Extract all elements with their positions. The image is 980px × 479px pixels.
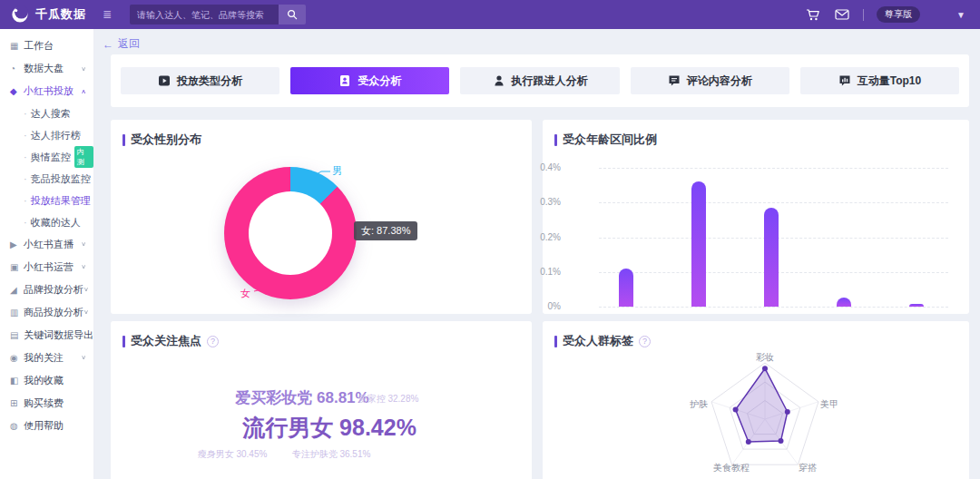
nav-menu-icon[interactable]: ≣ (103, 8, 112, 21)
sidebar-subitem-influencer-ranking[interactable]: · 达人排行榜 (0, 124, 93, 146)
sidebar-item-product-analysis[interactable]: ▥ 商品投放分析 ∨ (0, 301, 93, 324)
comment-icon (668, 74, 681, 87)
cart-icon: ⊞ (10, 398, 24, 408)
eye-icon: ◉ (10, 353, 24, 363)
plan-badge[interactable]: 尊享版 (877, 6, 920, 23)
cart-icon[interactable] (805, 7, 821, 22)
file-icon: ▤ (10, 330, 24, 340)
search-input[interactable] (130, 5, 279, 24)
doc-play-icon (158, 74, 171, 87)
chart-icon: ◢ (10, 285, 24, 295)
age-bar-plot: 0%0.1%0.2%0.3%0.4%<1818-2425-3435-44>44 (599, 168, 948, 307)
focus-word: 爱买彩妆党 68.81% (235, 387, 368, 408)
tab-comment-analysis[interactable]: 评论内容分析 (631, 67, 789, 94)
age-bar (619, 269, 633, 307)
gridline (599, 202, 948, 203)
sidebar-subitem-sentiment-monitor[interactable]: · 舆情监控 内测 (0, 146, 93, 168)
donut-tooltip: 女: 87.38% (354, 221, 417, 240)
navbar-right: 尊享版 ▼ (805, 0, 980, 29)
sidebar-item-my-follows[interactable]: ◉ 我的关注 ∨ (0, 347, 93, 369)
beta-badge: 内测 (74, 146, 93, 168)
search-icon (287, 9, 298, 20)
radar-axis-label: 美甲 (820, 398, 838, 411)
mail-icon[interactable] (834, 7, 850, 22)
sidebar-subitem-saved-influencers[interactable]: · 收藏的达人 (0, 211, 93, 233)
gender-donut-chart (224, 167, 357, 299)
male-label: 男 (332, 164, 342, 178)
nav-divider (863, 9, 864, 21)
sidebar-subitem-placement-results[interactable]: · 投放结果管理 (0, 190, 93, 211)
sidebar-item-data-overview[interactable]: ◔ 数据大盘 ∨ (0, 57, 93, 80)
sidebar-item-xhs-live[interactable]: ▶ 小红书直播 ∨ (0, 233, 93, 256)
tags-radar-chart (543, 321, 969, 479)
sidebar-item-xhs-operation[interactable]: ▣ 小红书运营 ∨ (0, 256, 93, 279)
focus-word: 专注护肤党 36.51% (292, 448, 371, 461)
card-audience-tags: 受众人群标签 ? 彩妆 美甲 穿搭 美食教程 护肤 (543, 321, 969, 479)
chevron-down-icon: ∨ (81, 355, 86, 361)
y-axis-tick: 0.3% (524, 197, 561, 207)
sidebar-item-help[interactable]: ◍ 使用帮助 (0, 415, 93, 437)
gridline (599, 168, 948, 169)
radar-axis-label: 彩妆 (756, 351, 774, 364)
card-title: 受众年龄区间比例 (563, 132, 657, 148)
radar-axis-label: 穿搭 (799, 462, 817, 474)
chevron-down-icon: ∨ (81, 65, 86, 72)
help-icon[interactable]: ? (207, 336, 219, 347)
sidebar-item-my-favorites[interactable]: ◧ 我的收藏 (0, 369, 93, 392)
y-axis-tick: 0% (524, 301, 561, 311)
sidebar-item-workbench[interactable]: ▦ 工作台 (0, 34, 93, 57)
global-searchbox (130, 5, 306, 24)
pie-icon: ◔ (10, 64, 24, 73)
goods-icon: ▥ (10, 308, 24, 318)
bookmark-icon: ◧ (10, 376, 24, 386)
age-bar (691, 181, 706, 307)
brand-name: 千瓜数据 (35, 6, 86, 23)
gridline (599, 307, 948, 308)
tab-follow-up-person[interactable]: 执行跟进人分析 (460, 67, 619, 94)
bubble-bars-icon (838, 74, 851, 87)
video-icon: ▶ (10, 240, 24, 249)
brand[interactable]: 千瓜数据 (0, 5, 86, 24)
person-icon (493, 74, 505, 87)
grid-icon: ▦ (10, 41, 24, 51)
qiangua-logo-icon (11, 5, 29, 24)
sidebar-item-brand-analysis[interactable]: ◢ 品牌投放分析 ∨ (0, 279, 93, 301)
back-link[interactable]: ← 返回 (103, 36, 140, 52)
focus-word: 流行男女 98.42% (242, 413, 416, 443)
sidebar-subitem-competitor-monitor[interactable]: · 竞品投放监控 (0, 168, 93, 190)
radar-axis-label: 护肤 (690, 398, 708, 411)
age-bar (764, 208, 779, 307)
focus-word: 瘦身男女 30.45% (198, 448, 268, 461)
card-title: 受众关注焦点 (131, 333, 201, 349)
tab-interaction-top10[interactable]: 互动量Top10 (800, 67, 959, 94)
help-icon: ◍ (10, 421, 24, 431)
chevron-up-icon: ∧ (81, 88, 86, 94)
sidebar-subitem-influencer-search[interactable]: · 达人搜索 (0, 103, 93, 124)
focus-word: 爱家控 32.28% (358, 393, 419, 406)
radar-axis-label: 美食教程 (713, 462, 750, 474)
tab-audience-analysis[interactable]: 受众分析 (290, 67, 449, 94)
top-navbar: 千瓜数据 ≣ 尊享版 ▼ (0, 0, 980, 29)
age-bar (837, 298, 851, 307)
chevron-down-icon: ∨ (83, 287, 89, 293)
female-label: 女 (240, 287, 250, 300)
card-gender-distribution: 受众性别分布 男 女 女: 87.38% (111, 120, 532, 314)
chevron-down-icon: ∨ (93, 332, 94, 338)
sidebar-item-keyword-export[interactable]: ▤ 关键词数据导出 ∨ (0, 324, 93, 347)
user-caret-down-icon[interactable]: ▼ (956, 10, 965, 20)
search-button[interactable] (279, 5, 306, 24)
back-arrow-icon: ← (103, 38, 113, 51)
analysis-tabbar: 投放类型分析 受众分析 执行跟进人分析 评论内容分析 互动量Top10 (111, 54, 969, 107)
sidebar-item-purchase-renew[interactable]: ⊞ 购买续费 (0, 392, 93, 415)
sidebar-nav: ▦ 工作台 ◔ 数据大盘 ∨ ◆ 小红书投放 ∧ · 达人搜索 · 达人排行榜 … (0, 29, 94, 479)
y-axis-tick: 0.1% (524, 267, 561, 277)
card-title: 受众性别分布 (131, 132, 201, 148)
tab-placement-type[interactable]: 投放类型分析 (121, 67, 279, 94)
doc-person-icon (338, 74, 351, 87)
age-bar (909, 304, 924, 307)
sidebar-item-xhs-placement[interactable]: ◆ 小红书投放 ∧ (0, 80, 93, 103)
chevron-down-icon: ∨ (83, 309, 89, 316)
chevron-down-icon: ∨ (81, 264, 86, 270)
shield-icon: ◆ (10, 86, 24, 96)
card-audience-focus: 受众关注焦点 ? 爱买彩妆党 68.81% 爱家控 32.28% 流行男女 98… (111, 321, 532, 479)
